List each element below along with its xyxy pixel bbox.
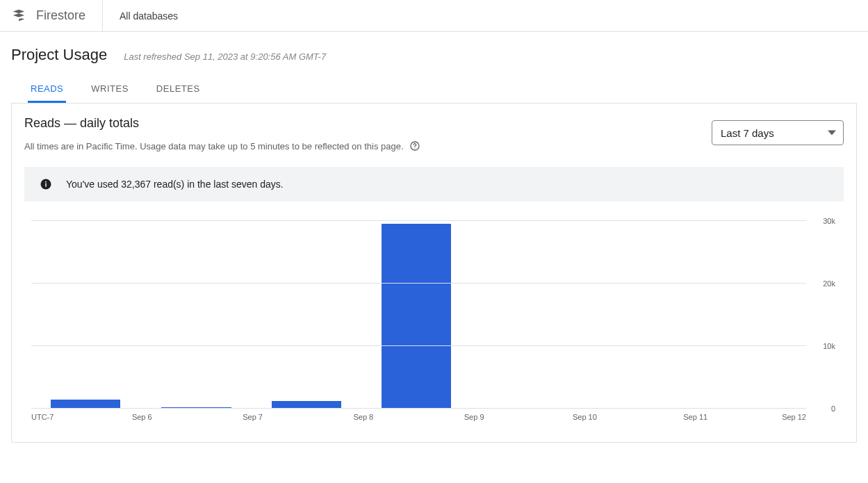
chart-y-tick: 0 <box>831 404 835 413</box>
chart-x-tick: Sep 10 <box>573 413 597 421</box>
chart-gridline <box>31 283 806 284</box>
chart-y-tick: 20k <box>823 279 835 288</box>
app-header: Firestore All databases <box>0 0 868 32</box>
chart-bars <box>31 221 806 409</box>
dropdown-icon <box>828 127 836 139</box>
tab-deletes[interactable]: DELETES <box>154 76 203 103</box>
card-title: Reads — daily totals <box>24 116 420 131</box>
info-icon <box>40 178 52 190</box>
card-header-left: Reads — daily totals All times are in Pa… <box>24 116 420 167</box>
chart-x-tick: Sep 7 <box>243 413 263 421</box>
tabs: READS WRITES DELETES <box>11 76 857 104</box>
reads-chart: 010k20k30k UTC-7Sep 6Sep 7Sep 8Sep 9Sep … <box>24 221 844 429</box>
last-refreshed: Last refreshed Sep 11, 2023 at 9:20:56 A… <box>124 51 326 62</box>
chart-bar[interactable] <box>382 224 451 409</box>
card-subtext: All times are in Pacific Time. Usage dat… <box>24 141 404 152</box>
title-row: Project Usage Last refreshed Sep 11, 202… <box>11 46 857 64</box>
chart-x-tick: UTC-7 <box>31 413 54 421</box>
page-content: Project Usage Last refreshed Sep 11, 202… <box>0 32 868 443</box>
breadcrumb[interactable]: All databases <box>103 10 178 22</box>
time-range-label: Last 7 days <box>721 127 774 139</box>
brand: Firestore <box>11 0 103 31</box>
chart-gridline <box>31 220 806 221</box>
svg-point-4 <box>45 181 47 183</box>
brand-text: Firestore <box>36 8 85 23</box>
chart-x-tick: Sep 6 <box>132 413 152 421</box>
summary-text: You've used 32,367 read(s) in the last s… <box>66 179 284 190</box>
page-title: Project Usage <box>11 46 107 64</box>
subtext-row: All times are in Pacific Time. Usage dat… <box>24 140 420 152</box>
chart-x-axis: UTC-7Sep 6Sep 7Sep 8Sep 9Sep 10Sep 11Sep… <box>31 409 806 424</box>
chart-x-tick: Sep 8 <box>353 413 373 421</box>
svg-point-1 <box>414 148 415 149</box>
chart-x-tick: Sep 11 <box>683 413 707 421</box>
summary-banner: You've used 32,367 read(s) in the last s… <box>24 167 844 202</box>
chart-bar[interactable] <box>51 400 120 409</box>
svg-rect-3 <box>45 183 47 187</box>
tab-writes[interactable]: WRITES <box>88 76 131 103</box>
chart-x-tick: Sep 9 <box>464 413 484 421</box>
chart-y-tick: 10k <box>823 342 835 350</box>
card-header-row: Reads — daily totals All times are in Pa… <box>24 116 844 167</box>
chart-y-tick: 30k <box>823 217 835 225</box>
help-icon[interactable] <box>409 140 420 152</box>
chart-gridline <box>31 345 806 346</box>
time-range-select[interactable]: Last 7 days <box>712 120 844 145</box>
chart-x-tick: Sep 12 <box>782 413 806 421</box>
usage-card: Reads — daily totals All times are in Pa… <box>11 104 857 443</box>
tab-reads[interactable]: READS <box>28 76 66 103</box>
firestore-logo-icon <box>11 8 26 24</box>
chart-plot-area: 010k20k30k <box>31 221 806 409</box>
